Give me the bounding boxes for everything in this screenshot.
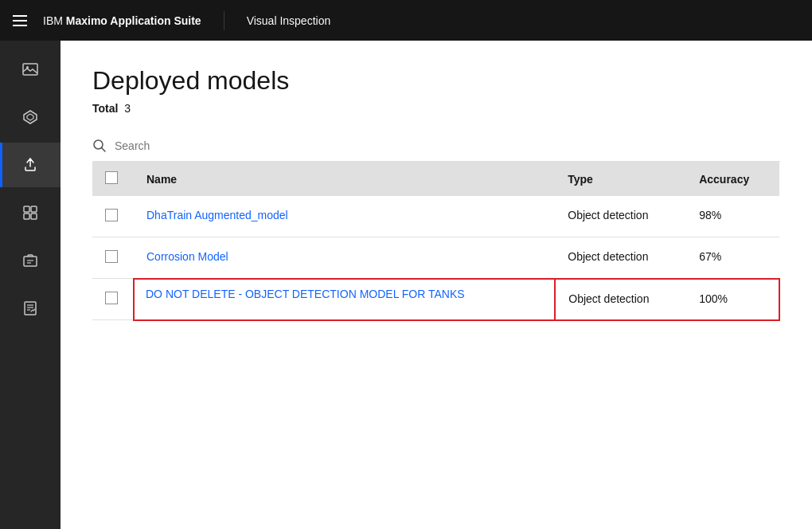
app-name: Visual Inspection [247,14,331,27]
sidebar-item-models[interactable] [0,95,61,139]
svg-rect-8 [24,257,37,266]
th-type: Type [555,162,686,196]
row-2-checkbox[interactable] [105,250,118,263]
table-row: Corrosion ModelObject detection67% [92,237,779,279]
row-2-checkbox-cell [92,237,134,279]
models-icon [21,108,40,127]
svg-rect-4 [24,206,29,212]
row-3-accuracy: 100% [686,279,779,320]
model-link-3[interactable]: DO NOT DELETE - OBJECT DETECTION MODEL F… [146,288,465,300]
reports-icon [21,299,40,318]
row-3-type: Object detection [555,279,686,320]
svg-rect-5 [31,206,37,212]
row-1-checkbox[interactable] [105,209,118,221]
select-all-checkbox[interactable] [105,171,118,184]
row-2-type: Object detection [555,237,686,279]
sidebar [0,41,61,529]
model-link-2[interactable]: Corrosion Model [146,250,228,263]
search-input[interactable] [115,139,780,152]
total-line: Total 3 [92,102,780,115]
images-icon [21,60,40,79]
svg-marker-3 [27,114,33,120]
table-row: DO NOT DELETE - OBJECT DETECTION MODEL F… [92,279,779,320]
svg-line-16 [102,148,106,152]
th-name: Name [134,162,555,196]
row-1-checkbox-cell [92,196,134,237]
sidebar-item-images[interactable] [0,47,61,92]
search-bar [92,131,780,162]
search-icon [92,139,107,153]
hamburger-menu[interactable] [13,15,27,26]
th-accuracy: Accuracy [686,162,779,196]
projects-icon [21,251,40,270]
main-content: Deployed models Total 3 Name [61,41,812,529]
row-1-accuracy: 98% [686,196,779,237]
svg-rect-7 [31,214,37,219]
svg-rect-11 [25,302,36,315]
row-3-checkbox-cell [92,279,134,320]
nav-divider [224,11,224,30]
table-header: Name Type Accuracy [92,162,779,196]
page-title: Deployed models [92,66,780,96]
row-2-accuracy: 67% [686,237,779,279]
sidebar-item-dashboard[interactable] [0,190,61,235]
row-3-checkbox[interactable] [105,292,118,304]
sidebar-item-reports[interactable] [0,286,61,331]
models-table: Name Type Accuracy DhaTrain Augmented_mo… [92,162,780,321]
model-link-1[interactable]: DhaTrain Augmented_model [146,209,288,221]
table-row: DhaTrain Augmented_modelObject detection… [92,196,779,237]
total-count: 3 [124,102,131,115]
th-checkbox [92,162,134,196]
table-header-row: Name Type Accuracy [92,162,779,196]
sidebar-item-deploy[interactable] [0,143,61,187]
table-body: DhaTrain Augmented_modelObject detection… [92,196,779,320]
dashboard-icon [21,203,40,222]
sidebar-item-projects[interactable] [0,238,61,283]
top-nav: IBM Maximo Application Suite Visual Insp… [0,0,812,41]
deploy-icon [21,155,40,174]
row-1-type: Object detection [555,196,686,237]
brand-name: IBM Maximo Application Suite [43,14,201,27]
svg-rect-6 [24,214,29,219]
svg-marker-2 [24,111,37,123]
